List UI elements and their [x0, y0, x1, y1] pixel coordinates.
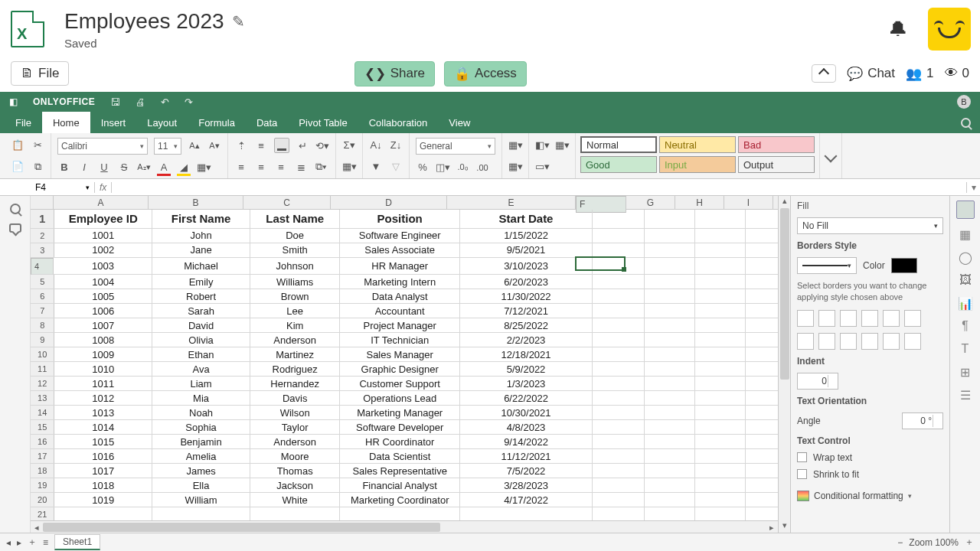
select-all-corner[interactable] [31, 196, 54, 209]
cell[interactable]: 1017 [54, 464, 152, 478]
document-title[interactable]: Employees 2023 [64, 9, 224, 34]
border-style-select[interactable]: ▾ [797, 257, 857, 274]
subscript-button[interactable]: A₂▾ [137, 161, 151, 174]
row-header[interactable]: 21 [31, 507, 54, 521]
border-horiz-icon[interactable] [883, 333, 900, 350]
cell[interactable]: 1005 [54, 289, 152, 304]
cell[interactable]: 2/2/2023 [460, 333, 593, 347]
cell[interactable] [695, 449, 746, 464]
users-count[interactable]: 👥 1 [906, 66, 933, 82]
pencil-icon[interactable]: ✎ [232, 12, 245, 31]
cell[interactable] [645, 362, 695, 377]
share-button[interactable]: ❮❯ Share [354, 61, 435, 86]
strike-button[interactable]: S [117, 161, 131, 174]
fill-color-button[interactable]: ◢ [177, 161, 191, 174]
col-header-D[interactable]: D [331, 196, 447, 209]
cell[interactable] [645, 493, 695, 507]
cell[interactable]: 9/14/2022 [460, 435, 593, 449]
row-header[interactable]: 14 [31, 406, 54, 420]
undo-icon[interactable]: ↶ [161, 96, 169, 108]
file-menu-button[interactable]: 🗎 File [11, 61, 69, 86]
font-grow-icon[interactable]: A▴ [188, 139, 201, 153]
font-select[interactable]: Calibri▾ [57, 138, 148, 155]
cell[interactable] [250, 507, 339, 521]
cell[interactable] [593, 420, 645, 435]
cell[interactable]: 1010 [54, 362, 152, 377]
cell[interactable]: 1015 [54, 435, 152, 449]
chart-settings-tab[interactable]: 📊 [958, 295, 973, 311]
cell[interactable]: Financial Analyst [340, 478, 460, 493]
cell[interactable] [645, 333, 695, 347]
vertical-scrollbar[interactable]: ▴▾ [778, 196, 790, 533]
cell-settings-tab[interactable] [956, 201, 975, 219]
row-header[interactable]: 6 [31, 289, 54, 304]
cell[interactable]: 6/20/2023 [460, 275, 593, 289]
cell[interactable] [593, 210, 645, 228]
border-vert-icon[interactable] [818, 333, 835, 350]
cell[interactable] [745, 228, 778, 243]
comments-icon[interactable] [9, 223, 21, 233]
cell[interactable] [593, 318, 645, 333]
row-header[interactable]: 9 [31, 333, 54, 347]
cell[interactable] [695, 347, 746, 362]
row-header[interactable]: 2 [31, 228, 54, 243]
cell[interactable] [745, 289, 778, 304]
row-header[interactable]: 7 [31, 304, 54, 318]
cell[interactable]: 11/12/2021 [460, 449, 593, 464]
cell[interactable] [593, 333, 645, 347]
menu-data[interactable]: Data [246, 112, 288, 133]
style-output[interactable]: Output [738, 156, 815, 173]
cell[interactable]: Davis [250, 391, 339, 406]
formula-expand[interactable]: ▾ [966, 182, 980, 193]
cell[interactable]: 1008 [54, 333, 152, 347]
border-diag1-icon[interactable] [883, 310, 900, 327]
style-good[interactable]: Good [580, 156, 657, 173]
cell[interactable] [695, 304, 746, 318]
bold-button[interactable]: B [57, 161, 71, 174]
cell[interactable]: Brown [250, 289, 339, 304]
cell[interactable] [745, 304, 778, 318]
cell[interactable] [745, 435, 778, 449]
cell[interactable] [645, 318, 695, 333]
row-header[interactable]: 5 [31, 275, 54, 289]
cell[interactable]: Marketing Manager [340, 406, 460, 420]
cell-style-icon[interactable]: ▭▾ [535, 160, 549, 174]
cell[interactable] [593, 377, 645, 391]
row-header[interactable]: 8 [31, 318, 54, 333]
fill-down-icon[interactable]: ▦▾ [342, 160, 356, 174]
cell[interactable]: Ella [152, 478, 250, 493]
valign-bottom-icon[interactable] [274, 138, 289, 153]
cell[interactable]: Noah [152, 406, 250, 420]
cell[interactable] [645, 228, 695, 243]
col-header-G[interactable]: G [626, 196, 675, 209]
cell[interactable] [645, 347, 695, 362]
valign-mid-icon[interactable]: ≡ [254, 139, 268, 152]
row-header[interactable]: 11 [31, 362, 54, 377]
cell[interactable] [645, 435, 695, 449]
col-header-H[interactable]: H [675, 196, 724, 209]
sum-icon[interactable]: Σ▾ [342, 139, 356, 152]
cell[interactable] [645, 257, 695, 275]
cell[interactable] [745, 449, 778, 464]
cell[interactable] [695, 435, 746, 449]
cell[interactable] [695, 362, 746, 377]
cell[interactable]: 1003 [54, 257, 152, 275]
styles-expand[interactable] [820, 133, 842, 178]
cell[interactable] [645, 275, 695, 289]
menu-insert[interactable]: Insert [90, 112, 137, 133]
cell[interactable]: Michael [152, 257, 250, 275]
cell[interactable]: Customer Support [340, 377, 460, 391]
cell[interactable] [745, 210, 778, 228]
cell[interactable] [340, 507, 460, 521]
menu-view[interactable]: View [438, 112, 481, 133]
underline-button[interactable]: U [97, 161, 111, 174]
cell[interactable]: 4/8/2023 [460, 420, 593, 435]
border-color-swatch[interactable] [891, 258, 917, 273]
zoom-label[interactable]: Zoom 100% [909, 537, 959, 548]
cell[interactable] [745, 391, 778, 406]
zoom-out[interactable]: − [897, 537, 903, 548]
paste-special-icon[interactable]: ⧉ [31, 160, 44, 174]
cell[interactable]: Accountant [340, 304, 460, 318]
cell[interactable] [695, 228, 746, 243]
cell[interactable]: Amelia [152, 449, 250, 464]
